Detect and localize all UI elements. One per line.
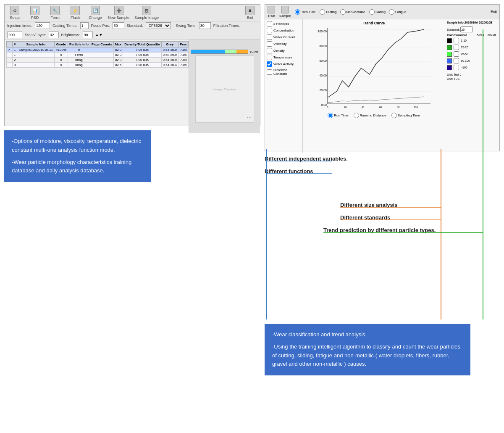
toolbar-psd[interactable]: 📊 PSD (27, 6, 42, 20)
table-row[interactable]: 2 9 Imag 82.0 7.00 835 0.64 30.9 7.08 (7, 58, 189, 63)
svg-text:40: 40 (362, 106, 365, 108)
legend-row: 1-10 (447, 38, 498, 43)
radio-total-part[interactable]: Total Part. (295, 9, 316, 15)
steps-per-layer-label: Steps/Layer: (25, 33, 46, 37)
image-display-box: Image Preview ··· (195, 55, 254, 123)
brightness-input[interactable] (83, 32, 93, 38)
col-prec: Prec (178, 42, 188, 48)
toolbar-ferro[interactable]: 🔧 Ferro (47, 6, 63, 20)
radio-group-2: Sliding Fatigue (369, 9, 407, 15)
casting-times-input[interactable] (80, 22, 89, 29)
x-sampling-time[interactable]: Sampling Time (391, 113, 420, 118)
legend-color-darkblue (447, 65, 452, 70)
focus-pos-label: Focus Pos: (91, 24, 110, 28)
svg-text:60: 60 (379, 106, 382, 108)
col-max: Max (113, 42, 123, 48)
sample-data-table: # Sample Info Grade Particle Info Page C… (6, 41, 189, 68)
change-icon: 🔄 (91, 6, 100, 15)
info-left-line1: -Options of moisture, viscosity, tempera… (12, 137, 144, 155)
radio-group-1: Total Part. Cutting Non-Metallic (295, 9, 365, 15)
annotation-independent-variables: Different independent variables. (265, 156, 348, 162)
table-row[interactable]: 1 9 Ferro 82.0 7.05 835 0.68 29.9 7.05 (7, 53, 189, 58)
left-software-panel: ⚙ Setup 📊 PSD 🔧 Ferro ⚡ Flash 🔄 Change ➕… (4, 4, 260, 126)
injection-times-input[interactable] (35, 22, 50, 29)
legend-row: 50-100 (447, 58, 498, 63)
sample-image-icon: 🖼 (142, 6, 151, 15)
left-toolbar: ⚙ Setup 📊 PSD 🔧 Ferro ⚡ Flash 🔄 Change ➕… (5, 5, 260, 21)
exit-icon: ✖ (245, 6, 255, 15)
right-trend-panel: Train Sample Total Part. Cutting Non-Met… (265, 4, 500, 151)
svg-text:40.00: 40.00 (319, 74, 327, 77)
radio-fatigue[interactable]: Fatigue (389, 9, 407, 15)
table-row[interactable]: ✓ 1 Sample1-20201010-11 <100% 9 82.0 7.0… (7, 48, 189, 53)
svg-text:100: 100 (414, 106, 418, 108)
svg-text:0.00: 0.00 (321, 103, 327, 106)
toolbar-change[interactable]: 🔄 Change (88, 6, 103, 20)
legend-unit-test: Unit: Test J (447, 73, 498, 76)
info-box-right: -Wear classification and trend analysis.… (265, 324, 470, 375)
toolbar-setup[interactable]: ⚙ Setup (7, 6, 22, 20)
col-density: Density/Total Quantity (123, 42, 161, 48)
focus-pos-input[interactable] (113, 22, 124, 29)
standard-value-input[interactable] (460, 26, 473, 32)
chart-title: Trend Curve (304, 21, 443, 25)
filtration-times-input[interactable] (7, 32, 22, 38)
main-content-area: # Sample Info Grade Particle Info Page C… (5, 40, 260, 133)
cb-water-activity[interactable]: Water Activity (267, 61, 301, 67)
toolbar-flash[interactable]: ⚡ Flash (68, 6, 83, 20)
legend-color-lime (447, 52, 452, 57)
standard-select[interactable]: CF6626 (146, 22, 171, 29)
trend-chart-svg: 0.00 20.00 40.00 60.00 80.00 100.00 0 20… (304, 26, 443, 110)
toolbar-new-sample[interactable]: ➕ New Sample (108, 6, 129, 20)
legend-cb-4[interactable] (454, 58, 459, 63)
toolbar-sample-image[interactable]: 🖼 Sample Image (134, 6, 159, 20)
toolbar-sample[interactable]: Sample (279, 6, 291, 18)
legend-unit-tds: Unit: TDS (447, 77, 498, 80)
right-toolbar: Train Sample Total Part. Cutting Non-Met… (265, 5, 499, 19)
chart-x-options: Run Time Running Distance Sampling Time (304, 113, 443, 118)
casting-times-label: Casting Times: (52, 24, 78, 28)
x-run-time[interactable]: Run Time (328, 113, 348, 118)
toolbar-exit[interactable]: ✖ Exit (242, 6, 257, 20)
svg-text:0: 0 (327, 106, 328, 108)
svg-text:100.00: 100.00 (318, 30, 327, 33)
legend-cb-2[interactable] (454, 45, 459, 50)
x-running-distance[interactable]: Running Distance (354, 113, 386, 118)
cb-temperature[interactable]: Temperature (267, 55, 301, 60)
legend-standard: Standard: (447, 26, 498, 32)
radio-non-metallic[interactable]: Non-Metallic (340, 9, 365, 15)
annotation-particle-types: Trend prediction by different particle t… (323, 227, 436, 233)
legend-sample-info: Sample Info:2020016A 2020016B (447, 21, 498, 25)
cb-particles[interactable]: # Particles (267, 21, 301, 26)
swing-time-input[interactable] (199, 22, 211, 29)
cb-viscosity[interactable]: Viscosity (267, 41, 301, 47)
col-particle: Particle Info (68, 42, 90, 48)
radio-cutting[interactable]: Cutting (320, 9, 336, 15)
toolbar-train[interactable]: Train (268, 6, 275, 18)
info-left-line2: -Wear particle morphology characteristic… (12, 158, 144, 176)
info-right-line2: -Using the training intelligent algorith… (272, 343, 463, 369)
radio-sliding[interactable]: Sliding (369, 9, 386, 15)
cb-concentration[interactable]: Concentration (267, 28, 301, 33)
train-icon (268, 6, 275, 13)
new-sample-icon: ➕ (114, 6, 123, 15)
legend-color-green (447, 45, 452, 50)
svg-text:80: 80 (397, 106, 400, 108)
table-row[interactable]: 3 9 Imag 82.5 7.00 835 0.64 30.4 7.05 (7, 63, 189, 68)
col-grade: Grade (54, 42, 68, 48)
right-exit-btn[interactable]: Exit (491, 10, 497, 14)
cb-water-content[interactable]: Water Content (267, 34, 301, 40)
legend-cb-3[interactable] (454, 51, 459, 57)
cb-dielectric-constant[interactable]: Dielectric Constant (267, 68, 301, 76)
legend-cb-5[interactable] (454, 65, 459, 70)
annotation-functions: Different functions (265, 168, 313, 174)
cb-density[interactable]: Density (267, 48, 301, 53)
steps-per-layer-input[interactable] (49, 32, 59, 38)
legend-cb-1[interactable] (454, 38, 459, 43)
flash-icon: ⚡ (71, 6, 80, 15)
chart-area: Trend Curve 0.00 20.00 40.00 60.00 80.00… (303, 19, 445, 153)
brightness-label: Brightness: (61, 33, 80, 37)
params-bar: Injection times: Casting Times: Focus Po… (5, 21, 260, 40)
info-right-line1: -Wear classification and trend analysis. (272, 330, 463, 339)
annotation-size-analysis: Different size analysis (340, 202, 398, 208)
